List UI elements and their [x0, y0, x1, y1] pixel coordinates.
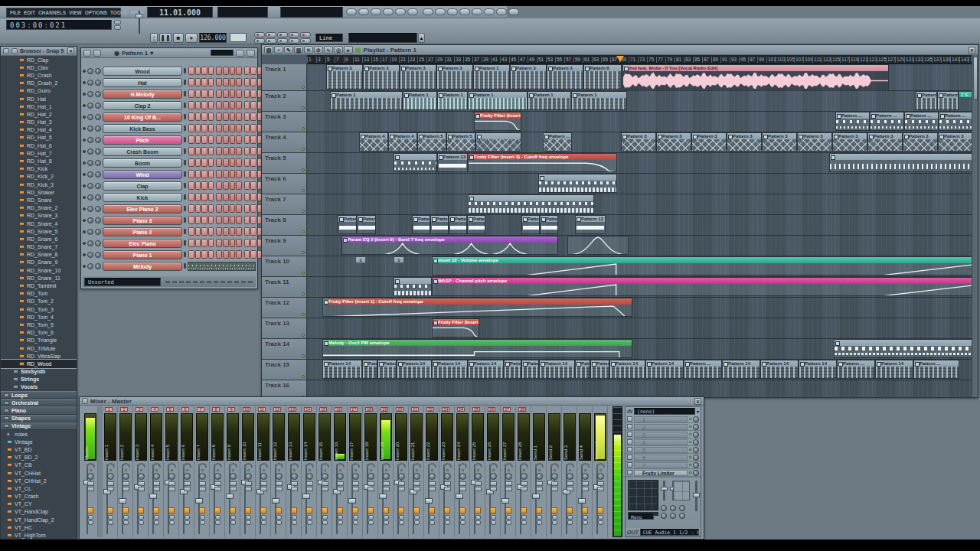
step-cell[interactable] [223, 101, 229, 109]
pan-knob[interactable] [306, 473, 313, 480]
strip-round-button[interactable] [537, 515, 542, 520]
fx-enable-button[interactable] [306, 507, 312, 514]
step-cell[interactable] [230, 90, 236, 98]
step-cell[interactable] [188, 124, 194, 132]
step-cell[interactable] [244, 216, 250, 224]
stereo-sep-knob[interactable] [596, 463, 605, 468]
fx-mix-knob[interactable] [693, 455, 699, 461]
fx-enable-button[interactable] [475, 507, 481, 514]
browser-item[interactable]: VT_HandClap_2 [1, 516, 77, 523]
step-cell[interactable] [230, 147, 236, 155]
step-cell[interactable] [195, 112, 201, 121]
link-button[interactable] [352, 487, 359, 491]
pattern-clip[interactable]: Pattern 4 [388, 132, 417, 152]
mixer-strip-insert-4[interactable]: 4Insert 4 [149, 406, 164, 537]
step-cell[interactable] [208, 181, 214, 190]
channel-pan-knob[interactable] [87, 217, 93, 223]
step-cell[interactable] [250, 158, 256, 167]
channel-select-led[interactable] [184, 160, 186, 165]
channel-select-led[interactable] [184, 114, 186, 119]
mixer-strip-insert-18[interactable]: 18Insert 18 [363, 406, 378, 537]
shortcut-button[interactable] [407, 8, 418, 15]
fx-slot[interactable]: 1 [626, 416, 701, 423]
mixer-strip-insert-22[interactable]: 22Insert 22 [424, 406, 439, 537]
pattern-clip[interactable]: Pattern 1 [437, 91, 468, 110]
playlist-track-lane[interactable]: Param EQ 2 (Insert 9) - Band 7 freq enve… [307, 236, 972, 256]
pattern-clip[interactable]: Pattern 3 [510, 64, 547, 90]
channel-volume-knob[interactable] [95, 148, 101, 155]
step-cell[interactable] [244, 158, 250, 167]
step-cell[interactable] [223, 67, 229, 75]
step-cell[interactable] [230, 78, 236, 86]
automation-clip[interactable] [567, 236, 629, 255]
step-cell[interactable] [223, 181, 229, 190]
browser-back-icon[interactable] [3, 48, 9, 54]
strip-round-button[interactable] [230, 515, 236, 520]
mute-button[interactable] [306, 481, 313, 486]
pan-knob[interactable] [107, 473, 114, 480]
rack-menu-icon[interactable] [83, 50, 91, 57]
channel-mute-led[interactable] [83, 161, 86, 165]
fx-slot[interactable]: 3 [626, 431, 701, 439]
pattern-clip[interactable] [394, 153, 437, 172]
mute-button[interactable] [383, 481, 390, 486]
channel-pan-knob[interactable] [87, 252, 93, 258]
limiter-knob-1[interactable] [661, 505, 667, 511]
strip-round-button[interactable] [537, 520, 542, 525]
step-cell[interactable] [236, 170, 242, 178]
fx-enable-button[interactable] [122, 507, 129, 514]
main-menu-icon[interactable]: ▤ [264, 46, 273, 54]
step-cell[interactable] [236, 90, 242, 98]
step-cell[interactable] [230, 193, 236, 201]
pattern-clip[interactable]: Pattern ... [684, 360, 722, 379]
step-cell[interactable] [236, 124, 242, 132]
pattern-clip[interactable]: Pattern 14 [397, 360, 432, 379]
link-button[interactable] [567, 487, 573, 491]
strip-round-button[interactable] [491, 520, 496, 525]
shortcut-button[interactable] [395, 8, 406, 15]
channel-pan-knob[interactable] [87, 80, 93, 86]
browser-item[interactable]: VT_HighTom [1, 531, 77, 539]
browser-item[interactable]: RD_TriMute [1, 344, 77, 352]
pattern-selector[interactable] [230, 33, 247, 42]
browser-item[interactable]: Vocals [1, 383, 77, 391]
pattern-clip[interactable] [394, 277, 432, 296]
limiter-knob-6[interactable] [679, 513, 685, 519]
channel-mute-led[interactable] [83, 253, 86, 256]
fader-handle[interactable] [501, 498, 509, 504]
browser-item[interactable]: VT_HandClap [1, 508, 77, 516]
mixer-strip-insert-12[interactable]: 12Insert 12 [271, 406, 286, 537]
channel-mute-led[interactable] [83, 93, 86, 96]
strip-round-button[interactable] [475, 515, 481, 520]
slice-icon[interactable]: ∿ [324, 46, 333, 54]
window-toggle-button[interactable] [266, 32, 276, 37]
record-button[interactable]: ● [185, 33, 198, 43]
step-cell[interactable] [230, 112, 236, 121]
pattern-clip[interactable]: Pattern 8 [467, 215, 485, 234]
fx-enable-button[interactable] [337, 507, 343, 514]
pause-button[interactable]: ❚❚ [159, 33, 172, 43]
fx-enable-button[interactable] [260, 507, 266, 514]
strip-round-button[interactable] [368, 515, 374, 520]
strip-round-button[interactable] [460, 515, 466, 520]
step-cell[interactable] [223, 158, 229, 167]
fader-handle[interactable] [226, 494, 234, 499]
fx-slot[interactable]: 2 [626, 423, 701, 431]
step-cell[interactable] [201, 250, 207, 259]
pan-knob[interactable] [413, 473, 420, 480]
channel-select-led[interactable] [184, 252, 186, 257]
stereo-sep-knob[interactable] [290, 463, 299, 468]
fx-mix-knob[interactable] [693, 447, 699, 453]
channel-mute-led[interactable] [83, 116, 86, 119]
strip-round-button[interactable] [185, 515, 190, 520]
pattern-clip[interactable]: Pattern 14 [539, 360, 575, 379]
strip-round-button[interactable] [246, 515, 251, 520]
strip-round-button[interactable] [399, 515, 404, 520]
fx-enable-button[interactable] [230, 507, 236, 514]
mute-button[interactable] [582, 481, 589, 486]
step-cell[interactable] [188, 216, 194, 224]
browser-item[interactable]: RD_Snare_2 [1, 204, 77, 212]
mixer-strip-master[interactable]: Master [83, 406, 98, 537]
pan-knob[interactable] [245, 473, 252, 480]
channel-mute-led[interactable] [83, 139, 86, 142]
